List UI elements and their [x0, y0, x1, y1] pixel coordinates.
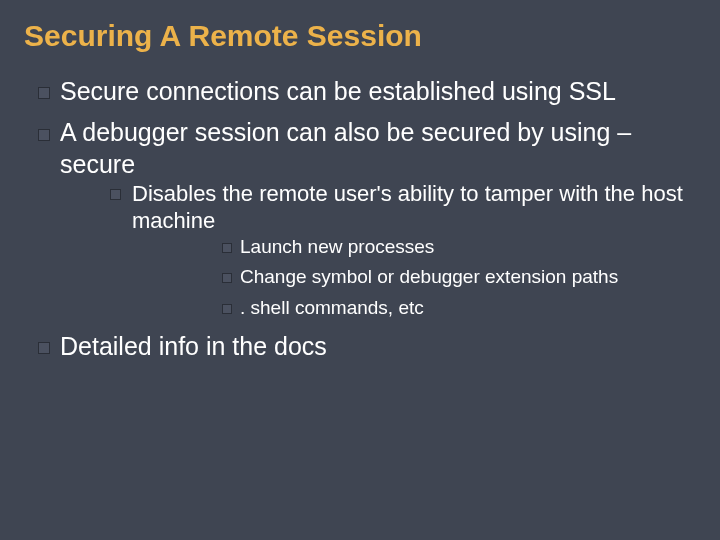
list-item: . shell commands, etc [240, 296, 696, 321]
list-item: Detailed info in the docs [60, 331, 696, 362]
list-item-text: Detailed info in the docs [60, 332, 327, 360]
list-item: Launch new processes [240, 235, 696, 260]
bullet-list-level3: Launch new processes Change symbol or de… [132, 235, 696, 321]
list-item-text: Launch new processes [240, 236, 434, 257]
list-item: A debugger session can also be secured b… [60, 117, 696, 321]
bullet-icon [222, 243, 232, 253]
list-item-text: . shell commands, etc [240, 297, 424, 318]
bullet-list-level1: Secure connections can be established us… [24, 76, 696, 362]
list-item: Change symbol or debugger extension path… [240, 265, 696, 290]
list-item: Disables the remote user's ability to ta… [132, 180, 696, 321]
list-item-text: Disables the remote user's ability to ta… [132, 181, 683, 234]
list-item-text: Change symbol or debugger extension path… [240, 266, 618, 287]
list-item: Secure connections can be established us… [60, 76, 696, 107]
slide-title: Securing A Remote Session [24, 18, 696, 54]
list-item-text: Secure connections can be established us… [60, 77, 616, 105]
bullet-icon [110, 189, 121, 200]
slide: Securing A Remote Session Secure connect… [0, 0, 720, 540]
bullet-icon [38, 342, 50, 354]
list-item-text: A debugger session can also be secured b… [60, 118, 631, 177]
bullet-icon [38, 129, 50, 141]
bullet-icon [38, 87, 50, 99]
bullet-icon [222, 304, 232, 314]
bullet-icon [222, 273, 232, 283]
bullet-list-level2: Disables the remote user's ability to ta… [60, 180, 696, 321]
